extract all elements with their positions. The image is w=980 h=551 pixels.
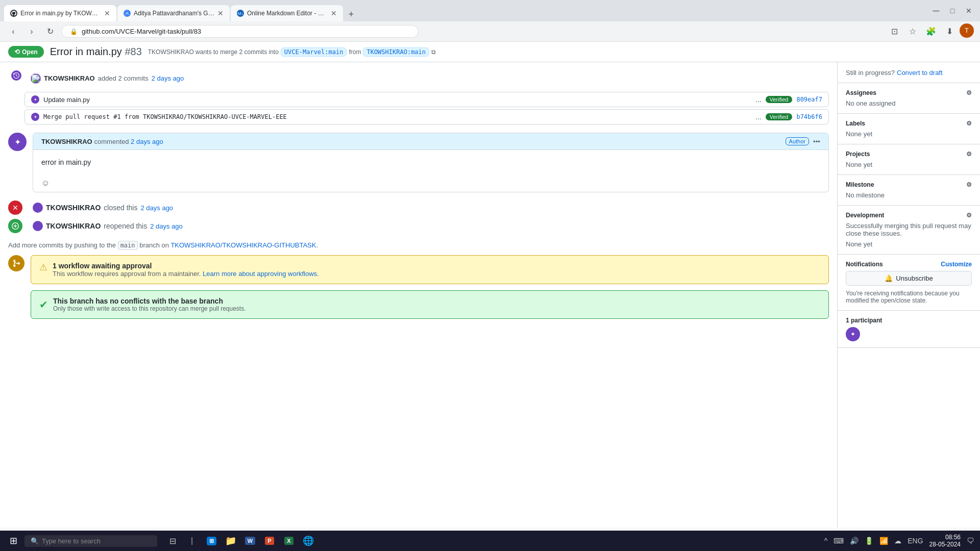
repo-link[interactable]: TKOWSHIKRAO/TKOWSHIKRAO-GITHUBTASK <box>170 241 316 249</box>
comment-time-link[interactable]: 2 days ago <box>131 138 163 145</box>
tab-close-2[interactable]: ✕ <box>217 9 224 17</box>
pr-from-label: from <box>349 48 361 56</box>
branch-check-content: This branch has no conflicts with the ba… <box>53 297 246 312</box>
closed-user: TKOWSHIKRAO <box>46 204 101 212</box>
closed-time[interactable]: 2 days ago <box>140 204 173 212</box>
profile-button[interactable]: T <box>960 23 974 38</box>
commit-avatar-2: ✦ <box>31 113 39 121</box>
milestone-value: No milestone <box>846 191 972 199</box>
browser-tab-2[interactable]: A Aditya Pattavardhanam's Gene... ✕ <box>117 5 230 21</box>
comment-actions: Author ••• <box>786 137 820 145</box>
download-button[interactable]: ⬇ <box>941 23 958 40</box>
tab-close-3[interactable]: ✕ <box>331 9 337 17</box>
minimize-button[interactable]: ─ <box>929 4 943 18</box>
tab-favicon-2: A <box>124 10 131 17</box>
closed-user-avatar <box>33 203 43 213</box>
event-time-link[interactable]: 2 days ago <box>152 73 184 84</box>
development-gear-icon[interactable]: ⚙ <box>966 212 972 219</box>
address-bar[interactable]: 🔒 github.com/UVCE-Marvel/git-task/pull/8… <box>61 25 419 38</box>
projects-gear-icon[interactable]: ⚙ <box>966 151 972 158</box>
bookmark-button[interactable]: ☆ <box>904 23 921 40</box>
reopened-event: TKOWSHIKRAO reopened this 2 days ago <box>8 219 829 233</box>
commit-event-icon <box>11 70 21 81</box>
assignees-section: Assignees ⚙ No one assigned <box>838 83 980 114</box>
pr-from-branch[interactable]: UVCE-Marvel:main <box>281 47 347 57</box>
pr-title-text: Error in main.py <box>50 46 122 57</box>
pr-number: #83 <box>125 46 141 57</box>
development-section: Development ⚙ Successfully merging this … <box>838 206 980 255</box>
milestone-section: Milestone ⚙ No milestone <box>838 175 980 206</box>
comment-header: TKOWSHIKRAO commented 2 days ago Author … <box>33 133 828 150</box>
add-commits-text: Add more commits by pushing to the <box>8 241 116 249</box>
tab-title-3: Online Markdown Editor - Dilli... <box>247 10 328 17</box>
tab-close-1[interactable]: ✕ <box>104 9 110 17</box>
commit-dots-2[interactable]: ... <box>755 113 762 121</box>
unsubscribe-label: Unsubscribe <box>896 274 933 282</box>
pr-to-branch[interactable]: TKOWSHIKRAO:main <box>363 47 429 57</box>
close-button[interactable]: ✕ <box>962 4 976 18</box>
reopened-icon <box>8 219 22 233</box>
commit-avatar-1: ✦ <box>31 95 39 104</box>
pr-status-label: Open <box>22 48 38 56</box>
development-label: Development ⚙ <box>846 212 972 219</box>
refresh-button[interactable]: ↻ <box>43 24 57 39</box>
unsubscribe-button[interactable]: 🔔 Unsubscribe <box>846 271 972 286</box>
page-content: TKOWSHIKRAO added 2 commits 2 days ago ✦… <box>0 62 980 528</box>
commit-message-1: Update main.py <box>43 96 751 104</box>
event-action: added 2 commits <box>98 73 149 84</box>
comment-meta: TKOWSHIKRAO commented 2 days ago <box>41 137 163 145</box>
copy-branch-icon[interactable]: ⧉ <box>431 48 436 56</box>
commit-hash-2[interactable]: b74b6f6 <box>796 113 822 120</box>
back-button[interactable]: ‹ <box>6 24 20 39</box>
commit-hash-1[interactable]: 809eaf7 <box>796 96 822 103</box>
commit-dots-1[interactable]: ... <box>755 95 762 104</box>
comment-action: commented 2 days ago <box>94 138 163 145</box>
comment-username: TKOWSHIKRAO <box>41 138 92 145</box>
browser-chrome: Error in main.py by TKOWSHIK... ✕ A Adit… <box>0 0 980 21</box>
workflow-warning: ⚠ 1 workflow awaiting approval This work… <box>31 255 829 284</box>
new-tab-button[interactable]: + <box>344 7 358 21</box>
bell-icon: 🔔 <box>885 274 893 282</box>
workflow-link[interactable]: Learn more about approving workflows. <box>203 270 319 278</box>
customize-link[interactable]: Customize <box>941 261 972 268</box>
labels-gear-icon[interactable]: ⚙ <box>966 120 972 127</box>
projects-label: Projects ⚙ <box>846 151 972 158</box>
reopened-user: TKOWSHIKRAO <box>46 222 101 230</box>
screen-cast-button[interactable]: ⊡ <box>886 23 902 40</box>
reopened-action: reopened this <box>104 222 147 230</box>
commit-verified-2: Verified <box>766 113 793 120</box>
comment-body: error in main.py <box>33 150 828 174</box>
extensions-button[interactable]: 🧩 <box>923 23 939 40</box>
pr-meta: TKOWSHIKRAO wants to merge 2 commits int… <box>148 47 436 57</box>
comment-action-text: commented <box>94 138 129 145</box>
comment-text: error in main.py <box>41 158 820 166</box>
browser-tab-1[interactable]: Error in main.py by TKOWSHIK... ✕ <box>4 5 116 21</box>
notifications-section: Notifications Customize 🔔 Unsubscribe Yo… <box>838 255 980 311</box>
emoji-react-button[interactable]: ☺ <box>41 179 50 188</box>
branch-suffix: branch on <box>139 241 169 249</box>
assignees-gear-icon[interactable]: ⚙ <box>966 89 972 96</box>
convert-draft-link[interactable]: Convert to draft <box>897 69 943 77</box>
comment-user-avatar: ✦ <box>8 133 27 151</box>
commit-list: ✦ Update main.py ... Verified 809eaf7 ✦ … <box>24 92 829 124</box>
checks-container: ⚠ 1 workflow awaiting approval This work… <box>31 255 829 319</box>
commits-added-event: TKOWSHIKRAO added 2 commits 2 days ago <box>8 70 829 84</box>
forward-button[interactable]: › <box>24 24 39 39</box>
convert-draft-section: Still in progress? Convert to draft <box>838 62 980 83</box>
maximize-button[interactable]: □ <box>945 4 960 18</box>
comment-options-button[interactable]: ••• <box>813 138 820 145</box>
labels-value: None yet <box>846 130 972 138</box>
reopened-event-text: TKOWSHIKRAO reopened this 2 days ago <box>33 221 183 231</box>
workflow-desc: This workflow requires approval from a m… <box>53 270 319 278</box>
toolbar-actions: ⊡ ☆ 🧩 ⬇ T <box>886 23 974 40</box>
closed-event: TKOWSHIKRAO closed this 2 days ago <box>8 201 829 215</box>
notifications-label: Notifications Customize <box>846 261 972 268</box>
browser-tab-3[interactable]: M↓ Online Markdown Editor - Dilli... ✕ <box>231 5 343 21</box>
sidebar: Still in progress? Convert to draft Assi… <box>837 62 980 528</box>
projects-value: None yet <box>846 161 972 168</box>
reopened-time[interactable]: 2 days ago <box>150 222 183 230</box>
pr-meta-text: TKOWSHIKRAO wants to merge 2 commits int… <box>148 48 279 56</box>
participant-avatar-1[interactable]: ✦ <box>846 327 860 341</box>
milestone-gear-icon[interactable]: ⚙ <box>966 181 972 188</box>
still-in-progress-text: Still in progress? <box>846 69 895 77</box>
